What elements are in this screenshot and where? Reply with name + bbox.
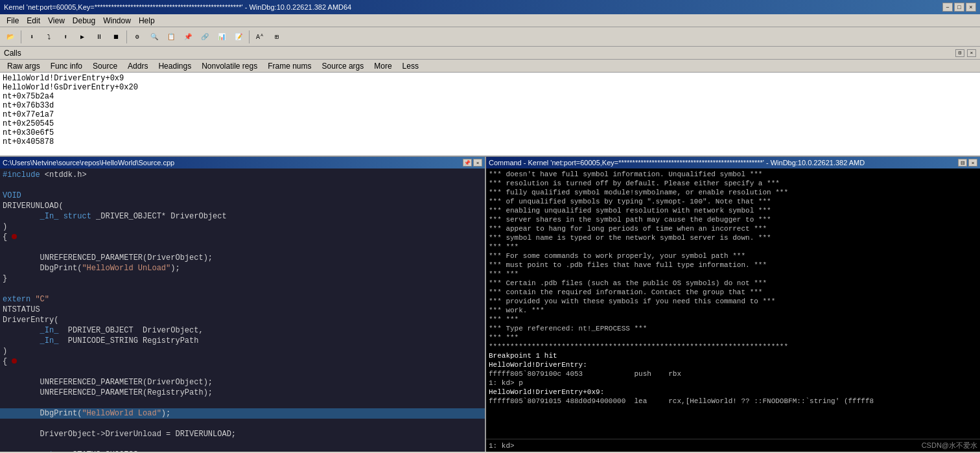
toolbar-step-over[interactable]: ⤵ [41,30,56,44]
menu-bar: File Edit View Debug Window Help [0,14,980,27]
command-input-row: 1: kd> [486,439,980,452]
toolbar-sep-1 [21,30,21,43]
source-line-20 [3,367,482,377]
source-line-12 [3,284,482,294]
bottom-area: C:\Users\Netvine\source\repos\HelloWorld… [0,157,980,452]
source-line-11: } [3,273,482,284]
menu-debug[interactable]: Debug [69,15,99,27]
menu-window[interactable]: Window [99,15,135,27]
source-close-button[interactable]: × [473,159,482,167]
source-line-21: UNREFERENCED_PARAMETER(DriverObject); [3,377,482,388]
cmd-line-12: *** *** [489,270,977,279]
toolbar-btn-6[interactable]: 📌 [180,30,196,44]
cmd-line-4: *** of unqualified symbols by typing ".s… [489,197,977,206]
watermark: CSDN@水不爱水 [922,441,977,450]
cmd-line-17: *** *** [489,315,977,324]
source-title-icons: 📌 × [463,159,482,167]
stack-option-less[interactable]: Less [398,60,423,72]
cmd-line-9: *** *** [489,242,977,251]
minimize-button[interactable]: − [942,3,953,12]
toolbar-btn-7[interactable]: 🔗 [197,30,213,44]
stack-option-framenums[interactable]: Frame nums [263,60,316,72]
cmd-line-13: *** Certain .pdb files (such as the publ… [489,279,977,288]
source-line-17: _In_ PUNICODE_STRING RegistryPath [3,336,482,346]
source-line-9: UNREFERENCED_PARAMETER(DriverObject); [3,253,482,263]
stack-option-headings[interactable]: Headings [154,60,196,72]
source-line-28: return STATUS_SUCCESS; [3,450,482,452]
stack-line-5: nt+0x77e1a7 [3,110,977,119]
command-prompt-label: 1: kd> [489,442,515,450]
stack-line-6: nt+0x250545 [3,119,977,128]
cmd-line-19: *** *** [489,333,977,342]
cmd-line-24: 1: kd> p [489,378,977,388]
toolbar-sep-3 [249,30,250,43]
close-button[interactable]: × [966,3,976,12]
toolbar-btn-5[interactable]: 📋 [163,30,179,44]
menu-view[interactable]: View [44,15,69,27]
toolbar-btn-3[interactable]: ⚙ [130,30,145,44]
command-close-button[interactable]: × [968,159,977,167]
command-panel: Command - Kernel 'net:port=60005,Key=***… [486,157,980,452]
cmd-line-2: *** resolution is turned off by default.… [489,179,977,188]
calls-close-button[interactable]: × [967,49,976,57]
toolbar-step-into[interactable]: ⬇ [24,30,40,44]
title-bar: Kernel 'net:port=60005,Key=*************… [0,0,980,14]
toolbar-open[interactable]: 📂 [3,30,18,44]
cmd-line-1: *** doesn't have full symbol information… [489,170,977,179]
source-line-15: DriverEntry( [3,315,482,325]
toolbar-btn-9[interactable]: 📝 [231,30,246,44]
cmd-line-8: *** symbol name is typed or the network … [489,233,977,242]
stack-option-nonvolatile[interactable]: Nonvolatile regs [197,60,262,72]
toolbar-run[interactable]: ▶ [75,30,90,44]
source-title-bar: C:\Users\Netvine\source\repos\HelloWorld… [0,157,485,168]
command-title-bar: Command - Kernel 'net:port=60005,Key=***… [486,157,980,168]
stack-option-more[interactable]: More [369,60,396,72]
stack-line-1: HelloWorld!DriverEntry+0x9 [3,74,977,83]
toolbar: 📂 ⬇ ⤵ ⬆ ▶ ⏸ ⏹ ⚙ 🔍 📋 📌 🔗 📊 📝 Aᴬ ⊞ [0,27,980,47]
cmd-line-14: *** contain the required information. Co… [489,288,977,297]
toolbar-break[interactable]: ⏸ [91,30,107,44]
source-line-26: DriverObject->DriverUnload = DRIVERUNLOA… [3,429,482,439]
cmd-line-26: fffff805`80791015 488d0d94000000 lea rcx… [489,397,977,406]
source-line-2 [3,180,482,191]
calls-icons: ⊟ × [955,49,976,57]
maximize-button[interactable]: □ [954,3,964,12]
stack-option-sourceargs[interactable]: Source args [318,60,369,72]
cmd-line-15: *** provided you with these symbols if y… [489,297,977,306]
toolbar-btn-4[interactable]: 🔍 [146,30,162,44]
source-line-16: _In_ PDRIVER_OBJECT DriverObject, [3,325,482,336]
source-line-25 [3,419,482,429]
stack-option-addrs[interactable]: Addrs [123,60,152,72]
menu-file[interactable]: File [3,15,23,27]
toolbar-font[interactable]: Aᴬ [252,30,268,44]
cmd-line-25: HelloWorld!DriverEntry+0x9: [489,388,977,397]
menu-edit[interactable]: Edit [23,15,44,27]
stack-line-2: HelloWorld!GsDriverEntry+0x20 [3,83,977,92]
calls-panel-header: Calls ⊟ × [0,47,980,60]
command-dock-button[interactable]: ⊟ [958,159,967,167]
stack-options-bar: Raw args Func info Source Addrs Headings… [0,60,980,73]
source-line-18: ) [3,346,482,356]
toolbar-btn-8[interactable]: 📊 [214,30,229,44]
toolbar-step-out[interactable]: ⬆ [58,30,73,44]
toolbar-sep-2 [126,30,127,43]
source-pin-button[interactable]: 📌 [463,159,472,167]
stack-option-rawargs[interactable]: Raw args [3,60,45,72]
stack-option-funcinfo[interactable]: Func info [46,60,87,72]
cmd-line-7: *** appear to hang for long periods of t… [489,224,977,233]
stack-option-source[interactable]: Source [88,60,122,72]
cmd-line-5: *** enabling unqualified symbol resoluti… [489,206,977,215]
toolbar-view[interactable]: ⊞ [269,30,285,44]
cmd-line-16: *** work. *** [489,306,977,315]
command-input-field[interactable] [515,442,977,450]
source-line-13: extern "C" [3,294,482,305]
command-title-buttons: ⊟ × [958,159,977,167]
cmd-line-20: ****************************************… [489,342,977,351]
stack-trace-content: HelloWorld!DriverEntry+0x9 HelloWorld!Gs… [0,73,980,157]
calls-dock-button[interactable]: ⊟ [955,49,964,57]
menu-help[interactable]: Help [135,15,159,27]
stack-line-7: nt+0x30e6f5 [3,128,977,137]
cmd-line-11: *** must point to .pdb files that have f… [489,261,977,270]
toolbar-stop[interactable]: ⏹ [108,30,124,44]
title-bar-text: Kernel 'net:port=60005,Key=*************… [4,3,351,11]
